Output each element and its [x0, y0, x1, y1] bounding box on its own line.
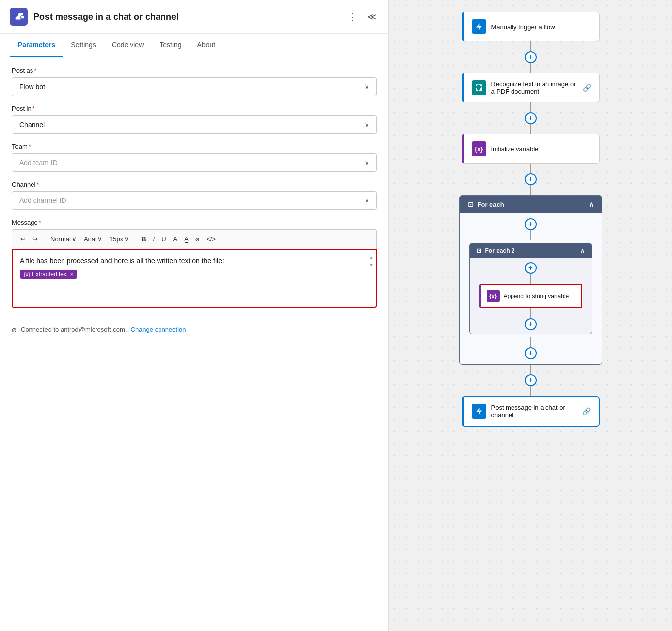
- foreach-outer-label: For each: [478, 201, 504, 208]
- add-btn-inner2-bot[interactable]: +: [525, 318, 537, 330]
- init-var-node[interactable]: {x} Initialize variable: [462, 134, 600, 164]
- toolbar-sep-1: [44, 235, 44, 244]
- token-close[interactable]: ×: [70, 271, 73, 278]
- collapse-button[interactable]: ≪: [365, 9, 379, 24]
- connector-inner-top: +: [525, 218, 537, 240]
- recognize-node[interactable]: Recognize text in an image or a PDF docu…: [462, 73, 600, 102]
- message-editor[interactable]: A file has been processed and here is al…: [12, 249, 377, 308]
- trigger-node-icon: [472, 19, 486, 34]
- post-in-required: *: [32, 105, 35, 112]
- line-3b: [530, 185, 531, 195]
- add-btn-1[interactable]: +: [525, 51, 537, 63]
- foreach-outer-body: + ⊡ For each 2 ∧ +: [460, 213, 602, 364]
- team-field: Team * Add team ID ∨: [12, 143, 377, 172]
- tab-about[interactable]: About: [190, 34, 224, 57]
- tab-parameters[interactable]: Parameters: [10, 34, 63, 57]
- post-in-field: Post in * Channel ∨: [12, 105, 377, 134]
- code-button[interactable]: </>: [203, 233, 219, 245]
- panel-title: Post message in a chat or channel: [33, 12, 341, 22]
- trigger-node-label: Manually trigger a flow: [491, 23, 591, 31]
- post-as-field: Post as * Flow bot ∨: [12, 67, 377, 96]
- connector-inner2-bot: +: [525, 308, 537, 330]
- tab-testing[interactable]: Testing: [152, 34, 189, 57]
- team-arrow: ∨: [365, 159, 369, 166]
- underline-button[interactable]: U: [159, 233, 169, 245]
- add-btn-inner2-top[interactable]: +: [525, 262, 537, 274]
- font-size-button[interactable]: 15px ∨: [106, 233, 132, 245]
- highlight-button[interactable]: A̲: [181, 233, 192, 245]
- message-required: *: [39, 219, 41, 226]
- init-var-label: Initialize variable: [491, 145, 591, 153]
- team-required: *: [29, 143, 31, 150]
- append-node-icon: {x}: [487, 290, 500, 302]
- editor-scrollbar: ▲ ▼: [369, 255, 374, 267]
- font-style-button[interactable]: Normal ∨: [47, 233, 80, 245]
- add-btn-2[interactable]: +: [525, 112, 537, 124]
- team-label: Team *: [12, 143, 377, 150]
- recognize-node-icon: [472, 80, 486, 95]
- token-row: {x} Extracted text ×: [20, 270, 369, 279]
- add-btn-3[interactable]: +: [525, 173, 537, 185]
- line-2: [530, 102, 531, 112]
- add-btn-outer-bot[interactable]: +: [525, 347, 537, 359]
- line-4: [530, 365, 531, 374]
- post-msg-label: Post message in a chat or channel: [491, 404, 577, 419]
- foreach-outer: ⊡ For each ∧ + ⊡ For each 2 ∧: [459, 195, 602, 365]
- more-button[interactable]: ⋮: [347, 9, 359, 24]
- post-in-arrow: ∨: [365, 121, 369, 128]
- channel-dropdown[interactable]: Add channel ID ∨: [12, 191, 377, 210]
- foreach-inner-icon: ⊡: [477, 247, 481, 254]
- channel-required: *: [36, 181, 39, 188]
- token-label: Extracted text: [32, 271, 68, 278]
- tab-codeview[interactable]: Code view: [104, 34, 152, 57]
- line-4b: [530, 386, 531, 396]
- post-as-label: Post as *: [12, 67, 377, 74]
- link-button[interactable]: ⌀: [192, 233, 202, 245]
- line-inner2-top: [530, 274, 531, 284]
- post-in-dropdown[interactable]: Channel ∨: [12, 115, 377, 134]
- post-in-label: Post in *: [12, 105, 377, 112]
- line-3: [530, 164, 531, 173]
- editor-toolbar: ↩ ↪ Normal ∨ Arial ∨ 15px ∨: [12, 229, 377, 249]
- trigger-node[interactable]: Manually trigger a flow: [462, 12, 600, 41]
- line-1: [530, 41, 531, 51]
- font-family-button[interactable]: Arial ∨: [81, 233, 105, 245]
- foreach-inner: ⊡ For each 2 ∧ + {x}: [469, 243, 592, 334]
- connector-3: +: [525, 164, 537, 195]
- scroll-up-arrow[interactable]: ▲: [369, 255, 374, 260]
- channel-arrow: ∨: [365, 197, 369, 204]
- teams-icon: [13, 11, 24, 22]
- connection-text: Connected to antrod@microsoft.com.: [21, 326, 127, 333]
- add-btn-4[interactable]: +: [525, 374, 537, 386]
- extracted-text-token[interactable]: {x} Extracted text ×: [20, 270, 77, 279]
- connector-outer-bot: +: [525, 337, 537, 359]
- add-btn-inner-top[interactable]: +: [525, 218, 537, 230]
- post-as-dropdown[interactable]: Flow bot ∨: [12, 77, 377, 96]
- undo-button[interactable]: ↩: [17, 233, 29, 245]
- toolbar-sep-2: [135, 235, 135, 244]
- message-label: Message *: [12, 219, 377, 226]
- line-outer-bot: [530, 337, 531, 347]
- team-dropdown[interactable]: Add team ID ∨: [12, 153, 377, 172]
- foreach-outer-chevron: ∧: [589, 200, 594, 208]
- foreach-inner-body: + {x} Append to string variable: [470, 258, 592, 334]
- redo-button[interactable]: ↪: [30, 233, 41, 245]
- post-msg-node[interactable]: Post message in a chat or channel 🔗: [462, 396, 600, 427]
- connector-2: +: [525, 102, 537, 134]
- foreach-inner-label: For each 2: [485, 247, 515, 254]
- channel-label: Channel *: [12, 181, 377, 188]
- recognize-node-label: Recognize text in an image or a PDF docu…: [491, 80, 578, 95]
- channel-field: Channel * Add channel ID ∨: [12, 181, 377, 210]
- append-node[interactable]: {x} Append to string variable: [479, 284, 582, 308]
- italic-button[interactable]: I: [150, 233, 158, 245]
- foreach-outer-header[interactable]: ⊡ For each ∧: [460, 196, 602, 213]
- post-msg-link-icon: 🔗: [582, 407, 591, 415]
- bold-button[interactable]: B: [138, 233, 149, 245]
- scroll-down-arrow[interactable]: ▼: [369, 262, 374, 267]
- tab-settings[interactable]: Settings: [63, 34, 104, 57]
- post-msg-icon: [472, 404, 486, 419]
- foreach-inner-header[interactable]: ⊡ For each 2 ∧: [470, 243, 592, 258]
- panel-icon: [10, 8, 28, 26]
- change-connection-link[interactable]: Change connection: [131, 326, 186, 333]
- strikethrough-button[interactable]: A: [170, 233, 181, 245]
